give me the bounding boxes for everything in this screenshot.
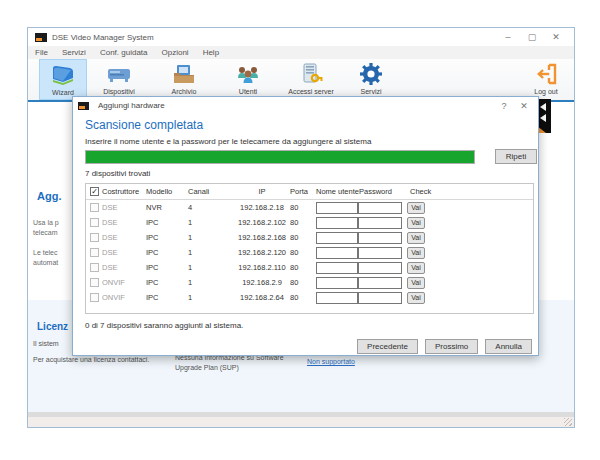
username-input[interactable] [316,277,358,289]
toolbar-label: Accessi server [288,88,334,95]
menu-item-opzioni[interactable]: Opzioni [162,48,189,57]
device-costruttore: DSE [102,218,146,227]
column-header-canali: Canali [188,187,234,196]
device-modello: IPC [146,248,188,257]
row-checkbox[interactable] [90,218,99,227]
server-key-icon [298,61,324,87]
username-input[interactable] [316,262,358,274]
device-canali: 1 [188,263,234,272]
device-modello: IPC [146,218,188,227]
username-cell [316,217,359,229]
devices-icon [106,61,132,87]
row-checkbox[interactable] [90,248,99,257]
toolbar-item-archivio[interactable]: Archivio [158,59,210,100]
gear-icon [358,61,384,87]
row-checkbox[interactable] [90,293,99,302]
password-input[interactable] [358,277,402,289]
row-checkbox[interactable] [90,263,99,272]
password-cell [359,292,404,304]
username-input[interactable] [316,217,358,229]
device-modello: IPC [146,293,188,302]
device-porta: 80 [290,218,316,227]
device-ip: 192.168.2.120 [234,248,290,257]
prossimo-button[interactable]: Prossimo [425,339,478,354]
device-canali: 1 [188,248,234,257]
device-canali: 1 [188,233,234,242]
username-input[interactable] [316,202,358,214]
toolbar-item-utenti[interactable]: Utenti [223,59,273,100]
vai-button[interactable]: Vai [407,247,425,259]
username-input[interactable] [316,247,358,259]
device-modello: NVR [146,203,188,212]
select-all-checkbox[interactable]: ✓ [90,187,99,196]
toolbar-label: Log out [534,88,557,95]
column-header-porta: Porta [290,187,316,196]
camera-thumbnail-icon [537,99,551,133]
toolbar-label: Servizi [360,88,381,95]
minimize-icon[interactable]: – [496,28,520,46]
username-cell [316,202,359,214]
menu-item-servizi[interactable]: Servizi [62,48,86,57]
resize-grip[interactable] [564,418,572,426]
toolbar-item-dispositivi[interactable]: Dispositivi [91,59,147,100]
vai-button[interactable]: Vai [407,262,425,274]
toolbar-label: Utenti [239,88,257,95]
close-icon[interactable]: ✕ [544,28,568,46]
background-text-fragment: Le telec [33,249,58,256]
vai-button[interactable]: Vai [407,277,425,289]
row-checkbox[interactable] [90,203,99,212]
table-row: DSEIPC1192.168.2.12080Vai [86,245,533,260]
dialog-titlebar: Aggiungi hardware [73,97,538,114]
device-porta: 80 [290,203,316,212]
menu-item-help[interactable]: Help [203,48,219,57]
username-input[interactable] [316,232,358,244]
device-ip: 192.168.2.168 [234,233,290,242]
toolbar-item-wizard[interactable]: Wizard [39,59,87,100]
maximize-icon[interactable]: ▢ [520,28,544,46]
vai-button[interactable]: Vai [407,292,425,304]
vai-cell: Vai [404,262,533,274]
toolbar-item-accessi-server[interactable]: Accessi server [278,59,344,100]
password-input[interactable] [358,202,402,214]
menu-item-file[interactable]: File [35,48,48,57]
toolbar-item-logout[interactable]: Log out [521,59,571,100]
aggiungi-hardware-dialog: Aggiungi hardware ? ✕ Scansione completa… [72,96,539,356]
annulla-button[interactable]: Annulla [485,339,532,354]
row-checkbox[interactable] [90,278,99,287]
vai-button[interactable]: Vai [407,202,425,214]
password-input[interactable] [358,217,402,229]
archive-icon [171,61,197,87]
password-input[interactable] [358,232,402,244]
device-modello: IPC [146,278,188,287]
password-input[interactable] [358,262,402,274]
password-input[interactable] [358,247,402,259]
username-input[interactable] [316,292,358,304]
vai-cell: Vai [404,217,533,229]
non-supportato-link[interactable]: Non supportato [307,358,355,365]
column-header-check: Check [404,187,533,196]
window-titlebar: DSE Video Manager System [28,28,574,46]
row-checkbox-cell [90,263,102,272]
toolbar-item-servizi[interactable]: Servizi [346,59,396,100]
vai-button[interactable]: Vai [407,232,425,244]
table-row: DSEIPC1192.168.2.11080Vai [86,260,533,275]
vai-button[interactable]: Vai [407,217,425,229]
table-row: DSEIPC1192.168.2.10280Vai [86,215,533,230]
license-contact-text: Per acquistare una licenza contattaci. [33,356,149,363]
device-porta: 80 [290,248,316,257]
license-text-fragment: Il sistem [33,340,59,347]
row-checkbox[interactable] [90,233,99,242]
row-checkbox-cell [90,278,102,287]
ripeti-button[interactable]: Ripeti [495,149,537,164]
precedente-button[interactable]: Precedente [357,339,418,354]
scan-progress-fill [86,151,474,163]
status-bar [28,417,574,427]
dialog-icon [78,102,89,110]
username-cell [316,292,359,304]
vai-cell: Vai [404,292,533,304]
password-cell [359,202,404,214]
help-icon[interactable]: ? [494,97,514,114]
dialog-close-icon[interactable]: ✕ [514,97,534,114]
menu-item-conf-guidata[interactable]: Conf. guidata [100,48,148,57]
password-input[interactable] [358,292,402,304]
